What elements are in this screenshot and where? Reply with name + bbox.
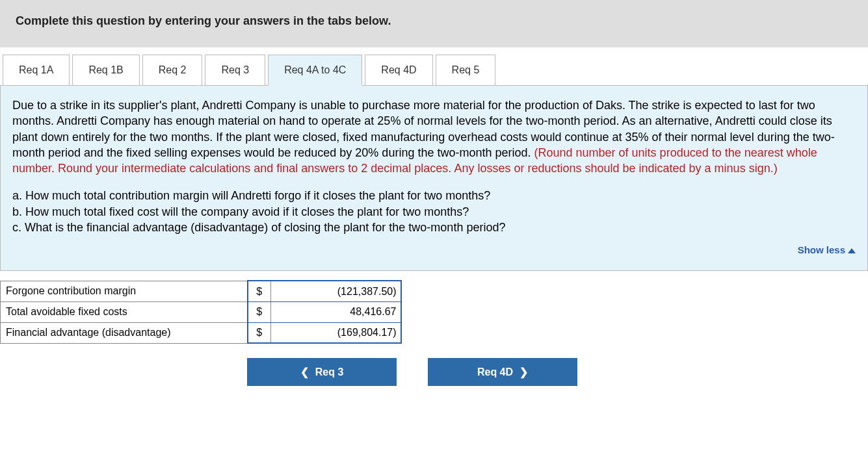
tab-label: Req 4D: [381, 64, 416, 75]
table-row: Financial advantage (disadvantage) $ (16…: [1, 322, 401, 343]
sub-question-c: c. What is the financial advantage (disa…: [12, 220, 856, 235]
tab-req-2[interactable]: Req 2: [142, 55, 203, 86]
answer-block: Forgone contribution margin $ (121,387.5…: [0, 280, 868, 386]
tab-req-4a-to-4c[interactable]: Req 4A to 4C: [268, 55, 362, 86]
tab-label: Req 1A: [19, 64, 53, 75]
next-label: Req 4D: [477, 366, 513, 378]
sub-question-a: a. How much total contribution margin wi…: [12, 188, 856, 203]
nav-row: ❮ Req 3 Req 4D ❯: [247, 358, 868, 386]
tab-label: Req 5: [452, 64, 480, 75]
show-less-toggle[interactable]: Show less: [798, 244, 856, 255]
tab-req-3[interactable]: Req 3: [205, 55, 265, 86]
instruction-text: Complete this question by entering your …: [16, 14, 391, 27]
row-label: Financial advantage (disadvantage): [1, 322, 248, 343]
tabs-row: Req 1A Req 1B Req 2 Req 3 Req 4A to 4C R…: [3, 54, 868, 85]
tab-label: Req 4A to 4C: [284, 64, 346, 75]
currency-symbol: $: [248, 281, 271, 301]
prev-button[interactable]: ❮ Req 3: [247, 358, 397, 386]
row-label: Total avoidable fixed costs: [1, 301, 248, 322]
chevron-right-icon: ❯: [519, 366, 528, 378]
table-row: Forgone contribution margin $ (121,387.5…: [1, 281, 401, 301]
prompt-text: Due to a strike in its supplier's plant,…: [12, 97, 856, 176]
tab-req-4d[interactable]: Req 4D: [365, 55, 432, 86]
currency-symbol: $: [248, 322, 271, 343]
tab-req-5[interactable]: Req 5: [436, 55, 496, 86]
tab-req-1a[interactable]: Req 1A: [3, 55, 70, 86]
toggle-label: Show less: [798, 244, 845, 255]
answer-value-input[interactable]: (169,804.17): [271, 322, 401, 343]
next-button[interactable]: Req 4D ❯: [428, 358, 577, 386]
toggle-row: Show less: [12, 244, 856, 256]
table-row: Total avoidable fixed costs $ 48,416.67: [1, 301, 401, 322]
chevron-left-icon: ❮: [300, 366, 309, 378]
tab-label: Req 3: [221, 64, 249, 75]
answer-value-input[interactable]: (121,387.50): [271, 281, 401, 301]
prev-label: Req 3: [315, 366, 344, 378]
currency-symbol: $: [248, 301, 271, 322]
tab-label: Req 1B: [88, 64, 123, 75]
tab-label: Req 2: [159, 64, 187, 75]
tab-req-1b[interactable]: Req 1B: [72, 55, 139, 86]
row-label: Forgone contribution margin: [1, 281, 248, 301]
answer-table: Forgone contribution margin $ (121,387.5…: [0, 280, 402, 344]
question-panel: Due to a strike in its supplier's plant,…: [0, 85, 868, 271]
instruction-bar: Complete this question by entering your …: [0, 0, 868, 47]
sub-question-b: b. How much total fixed cost will the co…: [12, 204, 856, 220]
answer-value-input[interactable]: 48,416.67: [271, 301, 401, 322]
